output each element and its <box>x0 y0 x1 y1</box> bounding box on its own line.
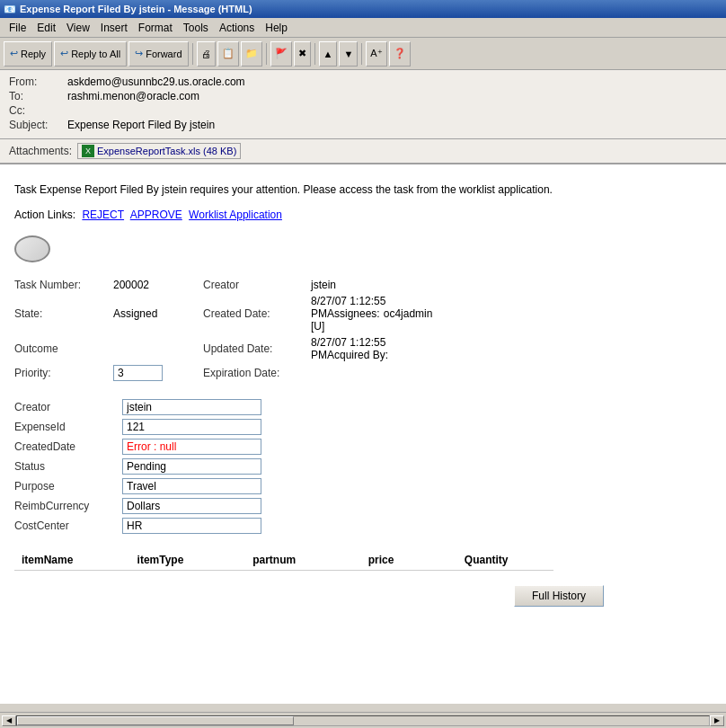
form-table: Creator ExpenseId CreatedDate Status <box>14 397 261 536</box>
menu-help[interactable]: Help <box>260 20 293 36</box>
delete-icon: ✖ <box>298 48 306 59</box>
form-row-purpose: Purpose <box>14 476 261 496</box>
attachment-link[interactable]: X ExpenseReportTask.xls (48 KB) <box>77 143 241 159</box>
print-icon: 🖨 <box>201 49 211 59</box>
flag-button[interactable]: 🚩 <box>270 41 292 67</box>
font-size-button[interactable]: A⁺ <box>366 41 386 67</box>
col-quantity: Quantity <box>457 550 553 571</box>
title-bar: 📧 Expense Report Filed By jstein - Messa… <box>0 0 726 18</box>
toolbar-separator-4 <box>361 43 362 65</box>
title-bar-icon: 📧 <box>4 4 16 15</box>
reply-label: Reply <box>21 49 46 59</box>
attachments-label: Attachments: <box>9 145 72 157</box>
action-links-label: Action Links: <box>14 209 75 221</box>
status-field-value <box>122 457 261 476</box>
reply-all-label: Reply to All <box>71 49 120 59</box>
help-button[interactable]: ❓ <box>389 41 411 67</box>
costcenter-input[interactable] <box>122 518 261 534</box>
font-size-icon: A⁺ <box>370 48 382 59</box>
title-bar-text: Expense Report Filed By jstein - Message… <box>20 4 252 14</box>
from-label: From: <box>9 75 67 88</box>
task-logo <box>14 235 712 262</box>
purpose-input[interactable] <box>122 478 261 494</box>
status-input[interactable] <box>122 458 261 475</box>
copy-icon: 📋 <box>222 48 235 59</box>
reply-button[interactable]: ↩ Reply <box>4 41 52 67</box>
to-row: To: rashmi.menon@oracle.com <box>9 90 717 102</box>
costcenter-field-label: CostCenter <box>14 516 122 536</box>
approve-link[interactable]: APPROVE <box>130 209 182 221</box>
bpel-icon <box>14 235 50 262</box>
createddate-field-label: CreatedDate <box>14 437 122 457</box>
to-label: To: <box>9 90 67 102</box>
forward-icon: ↪ <box>135 48 143 59</box>
menu-format[interactable]: Format <box>133 20 178 36</box>
delete-button[interactable]: ✖ <box>294 41 311 67</box>
worklist-link[interactable]: Worklist Application <box>189 209 282 221</box>
col-itemtype: itemType <box>130 550 246 571</box>
expenseid-field-label: ExpenseId <box>14 417 122 437</box>
reimbcurrency-field-value <box>122 496 261 516</box>
reply-all-icon: ↩ <box>60 48 68 59</box>
toolbar: ↩ Reply ↩ Reply to All ↪ Forward 🖨 📋 📁 🚩… <box>0 38 726 70</box>
print-button[interactable]: 🖨 <box>197 41 216 67</box>
menu-file[interactable]: File <box>4 20 31 36</box>
menu-insert[interactable]: Insert <box>95 20 133 36</box>
scroll-right-button[interactable]: ▶ <box>710 715 724 726</box>
scroll-left-button[interactable]: ◀ <box>2 715 16 726</box>
created-date-label: Created Date: <box>203 293 311 334</box>
forward-button[interactable]: ↪ Forward <box>128 41 188 67</box>
creator-input[interactable] <box>122 399 261 415</box>
items-table: itemName itemType partnum price Quantity <box>14 550 553 571</box>
priority-input[interactable] <box>113 365 163 381</box>
creator-field-value <box>122 397 261 417</box>
flag-icon: 🚩 <box>275 48 288 59</box>
costcenter-field-value <box>122 516 261 536</box>
reply-icon: ↩ <box>10 48 18 59</box>
col-itemname: itemName <box>14 550 130 571</box>
toolbar-separator-3 <box>314 43 315 65</box>
move-button[interactable]: 📁 <box>241 41 262 67</box>
menu-actions[interactable]: Actions <box>214 20 260 36</box>
scrollbar-thumb <box>17 716 294 725</box>
next-button[interactable]: ▼ <box>339 41 358 67</box>
menu-view[interactable]: View <box>61 20 95 36</box>
outcome-value <box>113 334 203 363</box>
creator-label: Creator <box>203 277 311 293</box>
excel-icon: X <box>82 145 94 157</box>
status-field-label: Status <box>14 457 122 476</box>
updated-date-value: 8/27/07 1:12:55 PMAcquired By: <box>311 334 439 363</box>
cc-label: Cc: <box>9 104 67 117</box>
created-date-value: 8/27/07 1:12:55 PMAssignees:oc4jadmin [U… <box>311 293 439 334</box>
state-value: Assigned <box>113 293 203 334</box>
task-number-value: 200002 <box>113 277 203 293</box>
prev-button[interactable]: ▲ <box>319 41 338 67</box>
expenseid-input[interactable] <box>122 419 261 435</box>
items-table-section: itemName itemType partnum price Quantity <box>14 550 712 571</box>
expiration-date-label: Expiration Date: <box>203 363 311 383</box>
col-partnum: partnum <box>245 550 361 571</box>
from-row: From: askdemo@usunnbc29.us.oracle.com <box>9 75 717 88</box>
copy-button[interactable]: 📋 <box>217 41 239 67</box>
toolbar-separator-2 <box>266 43 267 65</box>
form-row-reimbcurrency: ReimbCurrency <box>14 496 261 516</box>
horizontal-scrollbar[interactable] <box>16 715 710 726</box>
creator-value: jstein <box>311 277 439 293</box>
updated-date-label: Updated Date: <box>203 334 311 363</box>
outcome-label: Outcome <box>14 334 113 363</box>
reject-link[interactable]: REJECT <box>82 209 124 221</box>
attachment-name: ExpenseReportTask.xls (48 KB) <box>97 146 236 156</box>
menu-edit[interactable]: Edit <box>31 20 61 36</box>
createddate-input[interactable] <box>122 439 261 455</box>
reimbcurrency-input[interactable] <box>122 498 261 514</box>
form-row-expenseid: ExpenseId <box>14 417 261 437</box>
reply-all-button[interactable]: ↩ Reply to All <box>54 41 127 67</box>
form-row-createddate: CreatedDate <box>14 437 261 457</box>
task-number-label: Task Number: <box>14 277 113 293</box>
attachments-row: Attachments: X ExpenseReportTask.xls (48… <box>0 139 726 164</box>
form-row-creator: Creator <box>14 397 261 417</box>
menu-tools[interactable]: Tools <box>178 20 214 36</box>
assignees-label: Assignees: <box>327 307 380 320</box>
task-details-section: Task Number: 200002 Creator jstein State… <box>14 277 712 383</box>
full-history-button[interactable]: Full History <box>514 585 604 607</box>
